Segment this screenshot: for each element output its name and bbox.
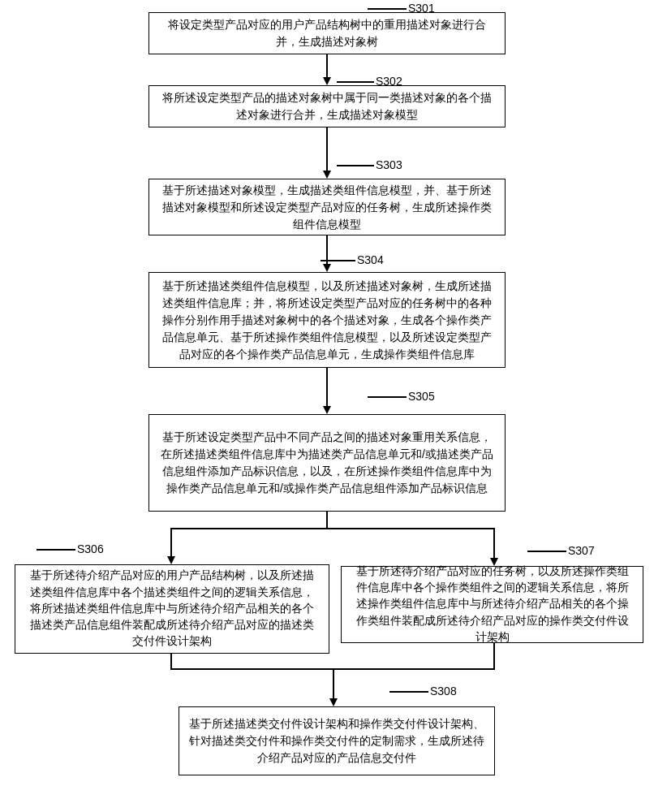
step-box-s301: 将设定类型产品对应的用户产品结构树中的重用描述对象进行合并，生成描述对象树 [148, 12, 506, 54]
step-box-s305: 基于所述设定类型产品中不同产品之间的描述对象重用关系信息，在所述描述类组件信息库… [148, 414, 506, 512]
step-number: S303 [376, 158, 402, 171]
step-box-s303: 基于所述描述对象模型，生成描述类组件信息模型，并、基于所述描述对象模型和所述设定… [148, 179, 506, 235]
flowchart-diagram: S301 将设定类型产品对应的用户产品结构树中的重用描述对象进行合并，生成描述对… [0, 0, 654, 812]
arrow-connector [493, 528, 495, 558]
arrow-head-icon [323, 264, 331, 272]
arrow-connector [333, 668, 334, 698]
label-connector [37, 549, 75, 551]
arrow-head-icon [323, 171, 331, 179]
arrow-connector [326, 127, 328, 171]
label-connector [389, 691, 428, 693]
arrow-head-icon [329, 698, 338, 706]
step-label-s305: S305 [408, 390, 435, 403]
label-connector [321, 260, 355, 261]
step-text: 基于所述待介绍产品对应的任务树，以及所述操作类组件信息库中各个操作类组件之间的逻… [351, 564, 633, 646]
step-box-s306: 基于所述待介绍产品对应的用户产品结构树，以及所述描述类组件信息库中各个描述类组件… [15, 564, 329, 654]
arrow-connector [170, 654, 172, 670]
step-number: S306 [77, 542, 104, 555]
arrow-connector [326, 512, 328, 529]
step-text: 基于所述设定类型产品中不同产品之间的描述对象重用关系信息，在所述描述类组件信息库… [159, 429, 495, 497]
step-box-s302: 将所述设定类型产品的描述对象树中属于同一类描述对象的各个描述对象进行合并，生成描… [148, 85, 506, 127]
label-connector [337, 81, 374, 83]
arrow-connector [326, 368, 328, 406]
arrow-connector [493, 643, 495, 670]
step-box-s307: 基于所述待介绍产品对应的任务树，以及所述操作类组件信息库中各个操作类组件之间的逻… [341, 566, 643, 643]
arrow-head-icon [323, 77, 331, 85]
label-connector [368, 396, 407, 398]
step-number: S308 [430, 685, 457, 698]
step-label-s304: S304 [357, 253, 384, 266]
arrow-connector [326, 54, 328, 77]
label-connector [337, 165, 374, 166]
arrow-connector [170, 528, 495, 529]
arrow-head-icon [323, 406, 331, 414]
label-connector [527, 551, 566, 552]
label-connector [368, 8, 407, 10]
step-number: S307 [568, 544, 595, 557]
step-label-s303: S303 [376, 158, 402, 171]
step-box-s304: 基于所述描述类组件信息模型，以及所述描述对象树，生成所述描述类组件信息库；并，将… [148, 272, 506, 368]
step-text: 将所述设定类型产品的描述对象树中属于同一类描述对象的各个描述对象进行合并，生成描… [159, 89, 495, 123]
arrow-connector [170, 528, 172, 556]
step-label-s307: S307 [568, 544, 595, 557]
step-text: 基于所述描述类交付件设计架构和操作类交付件设计架构、针对描述类交付件和操作类交付… [189, 715, 484, 767]
step-box-s308: 基于所述描述类交付件设计架构和操作类交付件设计架构、针对描述类交付件和操作类交付… [179, 706, 495, 775]
step-label-s306: S306 [77, 542, 104, 555]
step-text: 基于所述待介绍产品对应的用户产品结构树，以及所述描述类组件信息库中各个描述类组件… [25, 568, 319, 650]
arrow-head-icon [167, 556, 175, 564]
step-label-s308: S308 [430, 685, 457, 698]
step-number: S305 [408, 390, 435, 403]
step-text: 基于所述描述对象模型，生成描述类组件信息模型，并、基于所述描述对象模型和所述设定… [159, 182, 495, 233]
step-number: S304 [357, 253, 384, 266]
step-text: 将设定类型产品对应的用户产品结构树中的重用描述对象进行合并，生成描述对象树 [159, 16, 495, 50]
step-text: 基于所述描述类组件信息模型，以及所述描述对象树，生成所述描述类组件信息库；并，将… [159, 278, 495, 363]
